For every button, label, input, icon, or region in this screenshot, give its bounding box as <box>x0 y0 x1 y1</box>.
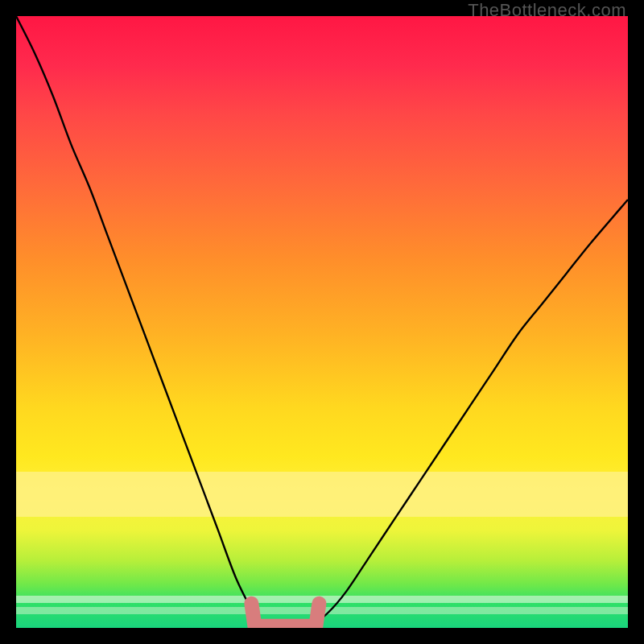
plot-area <box>16 16 628 628</box>
floor-segment <box>251 604 319 626</box>
chart-stage: TheBottleneck.com <box>0 0 644 644</box>
curve-svg <box>16 16 628 628</box>
bottleneck-curve <box>16 16 628 627</box>
